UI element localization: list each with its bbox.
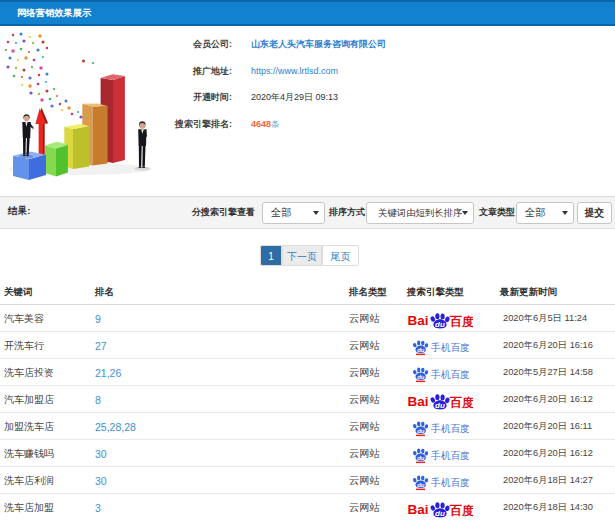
svg-text:Bai: Bai: [408, 313, 429, 328]
svg-text:du: du: [417, 482, 425, 488]
svg-text:手机百度: 手机百度: [431, 477, 469, 488]
svg-text:du: du: [417, 428, 425, 434]
svg-text:du: du: [417, 455, 425, 461]
svg-text:百度: 百度: [449, 315, 473, 329]
svg-text:Bai: Bai: [408, 394, 429, 409]
svg-text:du: du: [435, 401, 445, 410]
svg-text:du: du: [417, 374, 425, 380]
svg-text:手机百度: 手机百度: [431, 369, 469, 380]
svg-text:百度: 百度: [449, 504, 473, 518]
svg-text:手机百度: 手机百度: [431, 423, 469, 434]
svg-text:du: du: [417, 347, 425, 353]
svg-text:Bai: Bai: [408, 502, 429, 517]
svg-text:手机百度: 手机百度: [431, 450, 469, 461]
svg-text:百度: 百度: [449, 396, 473, 410]
svg-text:du: du: [435, 509, 445, 518]
svg-text:手机百度: 手机百度: [431, 342, 469, 353]
svg-text:du: du: [435, 320, 445, 329]
